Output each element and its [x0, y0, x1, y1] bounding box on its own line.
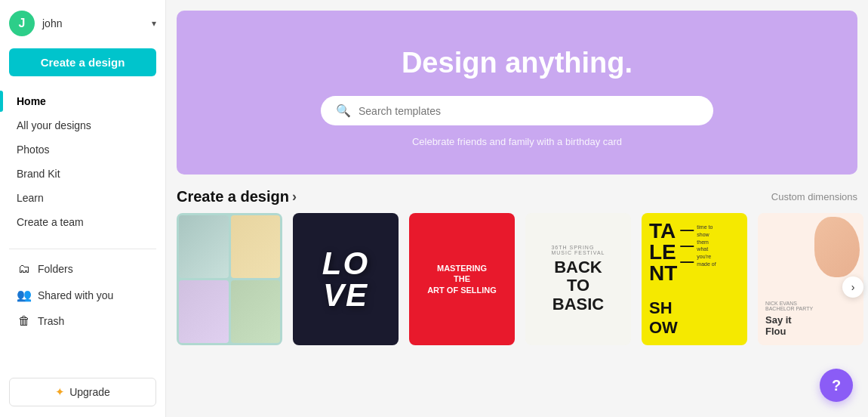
design-cards-row: LOVE MASTERINGTHEART OF SELLING 36TH SPR… [166, 213, 868, 360]
upgrade-button[interactable]: ✦ Upgrade [9, 378, 156, 406]
help-icon: ? [832, 377, 841, 394]
design-cards-wrapper: LOVE MASTERINGTHEART OF SELLING 36TH SPR… [166, 213, 868, 360]
photos-label: Photos [17, 144, 50, 156]
design-card-love[interactable]: LOVE [293, 213, 399, 345]
trash-label: Trash [38, 315, 64, 327]
sidebar-item-all-designs[interactable]: All your designs [9, 114, 156, 137]
upgrade-star-icon: ✦ [55, 385, 65, 399]
design-card-back-basic[interactable]: 36TH SPRINGMUSIC FESTIVAL BACKTOBASIC [525, 213, 631, 345]
user-row[interactable]: J john ▾ [9, 11, 156, 36]
collage-item-1 [179, 215, 229, 278]
sayit-sub: NICK EVANSBACHELOR PARTY [765, 301, 813, 311]
design-card-talent[interactable]: TALENT ——— time toshowthemwhatyou'remade… [642, 213, 747, 345]
nav-divider [9, 249, 156, 249]
collage-item-2 [231, 215, 281, 278]
sidebar-item-photos[interactable]: Photos [9, 138, 156, 161]
shared-icon: 👥 [17, 288, 32, 302]
shared-label: Shared with you [38, 289, 113, 301]
search-bar: 🔍 [321, 96, 713, 125]
create-team-label: Create a team [17, 216, 84, 228]
sidebar-item-home[interactable]: Home [9, 90, 156, 113]
folder-nav: 🗂 Folders 👥 Shared with you 🗑 Trash [9, 257, 156, 333]
home-label: Home [17, 95, 46, 107]
create-section-label: Create a design [177, 188, 289, 205]
help-button[interactable]: ? [820, 369, 853, 402]
back-title: BACKTOBASIC [553, 258, 604, 314]
folders-label: Folders [38, 263, 73, 275]
collage-item-3 [179, 280, 229, 343]
design-card-collage[interactable] [177, 213, 282, 345]
talent-big-text: TALENT [649, 221, 677, 284]
trash-icon: 🗑 [17, 314, 32, 328]
avatar: J [9, 11, 35, 36]
create-section-title[interactable]: Create a design › [177, 188, 297, 205]
create-design-button[interactable]: Create a design [9, 48, 156, 76]
hero-banner: Design anything. 🔍 Celebrate friends and… [177, 11, 857, 175]
upgrade-label: Upgrade [69, 386, 110, 398]
create-section-header: Create a design › Custom dimensions [166, 175, 868, 213]
talent-dashes: ——— [680, 222, 694, 270]
main-nav: Home All your designs Photos Brand Kit L… [9, 90, 156, 233]
search-input[interactable] [359, 105, 698, 117]
sayit-title: Say itFlou [765, 314, 792, 338]
sidebar-item-brand-kit[interactable]: Brand Kit [9, 162, 156, 185]
sidebar-item-create-team[interactable]: Create a team [9, 211, 156, 233]
love-text: LOVE [322, 248, 369, 311]
design-card-mastering[interactable]: MASTERINGTHEART OF SELLING [409, 213, 515, 345]
custom-dimensions-link[interactable]: Custom dimensions [771, 191, 857, 202]
hero-subtitle: Celebrate friends and family with a birt… [412, 136, 622, 147]
sidebar-item-trash[interactable]: 🗑 Trash [9, 309, 156, 333]
cards-next-arrow[interactable]: › [842, 276, 863, 298]
search-icon: 🔍 [336, 103, 351, 118]
main-content: Design anything. 🔍 Celebrate friends and… [166, 0, 868, 417]
hero-title: Design anything. [402, 47, 633, 79]
sidebar-item-folders[interactable]: 🗂 Folders [9, 257, 156, 281]
sidebar-item-learn[interactable]: Learn [9, 187, 156, 209]
sidebar-item-shared-with-you[interactable]: 👥 Shared with you [9, 283, 156, 307]
back-label: 36TH SPRINGMUSIC FESTIVAL [551, 245, 605, 255]
talent-bottom-text: SHOW [649, 298, 678, 338]
user-name: john [42, 17, 144, 29]
sayit-flower [814, 217, 860, 277]
mastering-title: MASTERINGTHEART OF SELLING [427, 263, 497, 295]
create-section-chevron: › [292, 189, 297, 205]
all-designs-label: All your designs [17, 119, 91, 131]
user-dropdown-icon: ▾ [152, 18, 156, 29]
sidebar: J john ▾ Create a design Home All your d… [0, 0, 166, 417]
learn-label: Learn [17, 192, 44, 204]
collage-item-4 [231, 280, 281, 343]
brand-kit-label: Brand Kit [17, 168, 60, 180]
folders-icon: 🗂 [17, 262, 32, 276]
talent-side-text: time toshowthemwhatyou'remade of [697, 224, 716, 268]
